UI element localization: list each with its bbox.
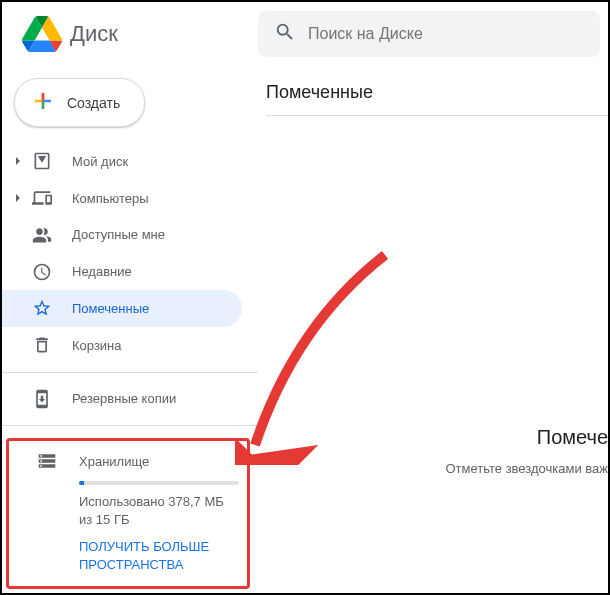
storage-upgrade-link[interactable]: ПОЛУЧИТЬ БОЛЬШЕ ПРОСТРАНСТВА [79,538,235,574]
main-content: Помеченные Помече Отметьте звездочками в… [258,66,608,593]
clock-icon [30,260,54,284]
sidebar-item-shared[interactable]: Доступные мне [2,217,242,254]
my-drive-icon [30,149,54,173]
page-title: Помеченные [266,82,608,116]
app-name: Диск [70,21,118,47]
search-icon [274,21,296,47]
drive-logo-icon [22,14,62,54]
plus-icon [31,89,55,116]
sidebar: Создать Мой диск Компьютеры Доступные мн… [2,66,258,593]
storage-icon [37,449,61,473]
caret-icon [10,193,26,203]
storage-section: Хранилище Использовано 378,7 МБ из 15 ГБ… [6,438,250,589]
create-button-label: Создать [67,95,120,111]
sidebar-item-recent[interactable]: Недавние [2,253,242,290]
nav-label: Мой диск [72,154,128,169]
shared-icon [30,223,54,247]
nav-label: Недавние [72,264,132,279]
storage-title: Хранилище [79,454,149,469]
nav-label: Резервные копии [72,391,176,406]
sidebar-item-computers[interactable]: Компьютеры [2,180,242,217]
trash-icon [30,333,54,357]
star-icon [30,296,54,320]
nav-label: Помеченные [72,301,149,316]
nav-label: Доступные мне [72,227,165,242]
search-bar[interactable] [258,11,600,57]
caret-icon [10,156,26,166]
storage-item[interactable]: Хранилище [17,449,235,473]
app-logo-area[interactable]: Диск [10,14,258,54]
sidebar-item-starred[interactable]: Помеченные [2,290,242,327]
empty-state-title: Помече [445,426,608,449]
search-input[interactable] [308,25,584,43]
empty-state-subtitle: Отметьте звездочками важ [445,461,608,476]
nav-label: Корзина [72,338,122,353]
nav-label: Компьютеры [72,191,149,206]
divider [2,425,258,426]
sidebar-item-backups[interactable]: Резервные копии [2,381,242,418]
storage-usage-text: Использовано 378,7 МБ из 15 ГБ [79,493,235,529]
storage-progress-bar [79,481,239,485]
sidebar-item-trash[interactable]: Корзина [2,327,242,364]
backup-icon [30,387,54,411]
divider [2,372,258,373]
computers-icon [30,186,54,210]
sidebar-item-my-drive[interactable]: Мой диск [2,143,242,180]
create-button[interactable]: Создать [14,78,145,127]
